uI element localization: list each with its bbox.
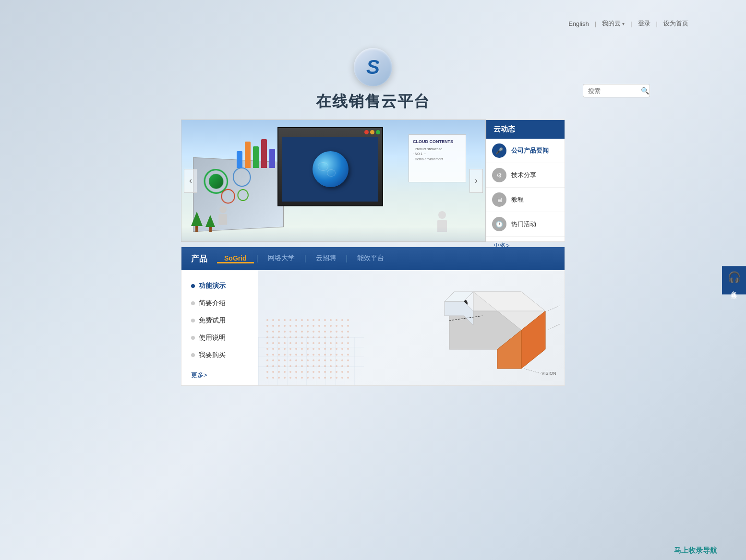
svg-text:VISION: VISION (541, 371, 556, 376)
logo-badge: S (354, 48, 392, 86)
nav-item-demo[interactable]: 功能演示 (181, 277, 258, 295)
divider-3: | (656, 20, 658, 27)
minimize-btn (370, 130, 374, 134)
exhibit-text-title: CLOUD CONTENTS (413, 139, 462, 145)
my-cloud-btn[interactable]: 我的云 ▾ (602, 19, 625, 28)
divider-2: | (630, 20, 632, 27)
tab-university[interactable]: 网络大学 (261, 247, 302, 270)
monitor-icon: 🖥 (492, 192, 506, 207)
nav-label-trial: 免费试用 (199, 316, 226, 325)
tab-divider-3: | (346, 254, 348, 263)
nav-english[interactable]: English (568, 20, 589, 27)
window-controls (364, 130, 380, 134)
bar-chart-panel (234, 134, 277, 170)
exhibit-display (282, 137, 378, 202)
floating-customer-service[interactable]: 🎧 在线客服 (722, 266, 746, 294)
sidebar-label-tutorial: 教程 (511, 195, 524, 204)
close-btn (364, 130, 369, 134)
nav-dot-intro (191, 301, 195, 305)
widget-label: 在线客服 (730, 286, 738, 289)
tab-sogrid-wrapper: SoGrid (217, 254, 254, 263)
globe-3d (313, 151, 349, 187)
search-icon[interactable]: 🔍 (641, 87, 649, 95)
products-nav-more[interactable]: 更多> (181, 366, 258, 384)
sidebar-label-tech: 技术分享 (511, 171, 536, 179)
svg-rect-2 (258, 337, 364, 385)
banner-next-arrow[interactable]: › (469, 169, 483, 193)
nav-set-home[interactable]: 设为首页 (663, 19, 688, 28)
nav-label-guide: 使用说明 (199, 334, 226, 342)
products-section: 产品 SoGrid | 网络大学 | 云招聘 | 能效平台 功能演示 简要介绍 (181, 247, 565, 386)
nav-dot-guide (191, 336, 195, 340)
left-arrow-icon: ‹ (189, 176, 192, 186)
exhibit-text-body: · Product showcase · NO 1 ··· · Demo env… (413, 147, 462, 162)
circle-ornament-4 (237, 189, 248, 201)
tab-efficiency[interactable]: 能效平台 (350, 247, 391, 270)
products-header: 产品 SoGrid | 网络大学 | 云招聘 | 能效平台 (181, 247, 565, 270)
svg-line-10 (548, 304, 560, 311)
products-nav: 功能演示 简要介绍 免费试用 使用说明 我要购买 更多 (181, 270, 258, 385)
my-cloud-label: 我的云 (602, 19, 621, 28)
banner-main: CLOUD CONTENTS · Product showcase · NO 1… (181, 119, 486, 242)
nav-item-intro[interactable]: 简要介绍 (181, 295, 258, 312)
bar-2 (245, 142, 251, 168)
sidebar-item-news[interactable]: 🎤 公司产品要闻 (486, 139, 565, 163)
search-input[interactable] (588, 87, 641, 95)
bar-3 (253, 146, 259, 168)
cityscape-horizon (181, 227, 485, 241)
gear-icon: ⚙ (492, 168, 506, 182)
tab-divider-1: | (256, 254, 258, 263)
nav-dot-demo (191, 284, 195, 288)
products-body: 功能演示 简要介绍 免费试用 使用说明 我要购买 更多 (181, 270, 565, 385)
nav-label-intro: 简要介绍 (199, 299, 226, 308)
nav-login[interactable]: 登录 (638, 19, 650, 28)
tab-recruit[interactable]: 云招聘 (309, 247, 343, 270)
logo-letter: S (366, 56, 380, 79)
sidebar-label-news: 公司产品要闻 (511, 146, 549, 155)
bar-4 (261, 139, 267, 168)
products-section-title: 产品 (191, 253, 207, 264)
svg-line-12 (548, 323, 560, 330)
sidebar-header: 云动态 (486, 120, 565, 139)
tab-divider-2: | (304, 254, 306, 263)
nav-item-trial[interactable]: 免费试用 (181, 312, 258, 329)
divider-1: | (595, 20, 596, 27)
sidebar-item-activity[interactable]: 🕐 热门活动 (486, 212, 565, 237)
sidebar-item-tech[interactable]: ⚙ 技术分享 (486, 163, 565, 188)
microphone-icon: 🎤 (492, 143, 506, 158)
nav-item-buy[interactable]: 我要购买 (181, 346, 258, 364)
page-wrapper: English | 我的云 ▾ | 登录 | 设为首页 S 在线销售云平台 🔍 (0, 0, 746, 560)
search-bar: 🔍 (583, 84, 650, 97)
cube-composition-svg: EXERTION CHANCE VISION (425, 277, 560, 383)
clock-icon: 🕐 (492, 217, 506, 231)
page-title: 在线销售云平台 (316, 91, 430, 112)
grid-pattern-svg (258, 337, 364, 385)
sidebar-item-tutorial[interactable]: 🖥 教程 (486, 188, 565, 212)
banner-prev-arrow[interactable]: ‹ (184, 169, 197, 193)
small-figure (218, 205, 227, 225)
products-image: EXERTION CHANCE VISION (258, 270, 565, 385)
nav-dot-buy (191, 353, 195, 357)
exhibit-center-panel (277, 127, 383, 206)
bottom-directory-label[interactable]: 马上收录导航 (674, 546, 717, 555)
chevron-down-icon: ▾ (622, 21, 625, 26)
top-nav: English | 我的云 ▾ | 登录 | 设为首页 (568, 19, 688, 28)
maximize-btn (376, 130, 380, 134)
svg-line-14 (524, 369, 541, 373)
right-arrow-icon: › (475, 176, 478, 186)
cloud-sidebar: 云动态 🎤 公司产品要闻 ⚙ 技术分享 🖥 教程 🕐 热门活动 更多> (486, 119, 565, 242)
nav-item-guide[interactable]: 使用说明 (181, 329, 258, 346)
sidebar-label-activity: 热门活动 (511, 220, 536, 228)
svg-marker-9 (445, 292, 473, 301)
banner-row: CLOUD CONTENTS · Product showcase · NO 1… (181, 119, 565, 242)
nav-dot-trial (191, 319, 195, 322)
circle-ornament-3 (221, 189, 235, 204)
logo-container: S 在线销售云平台 (316, 48, 430, 112)
bar-1 (237, 151, 242, 168)
exhibit-text-panel: CLOUD CONTENTS · Product showcase · NO 1… (409, 134, 466, 182)
headset-icon: 🎧 (728, 271, 741, 283)
tab-sogrid[interactable]: SoGrid (217, 254, 254, 263)
nav-label-demo: 功能演示 (199, 282, 226, 290)
person-head (438, 211, 446, 219)
bar-5 (269, 149, 275, 168)
